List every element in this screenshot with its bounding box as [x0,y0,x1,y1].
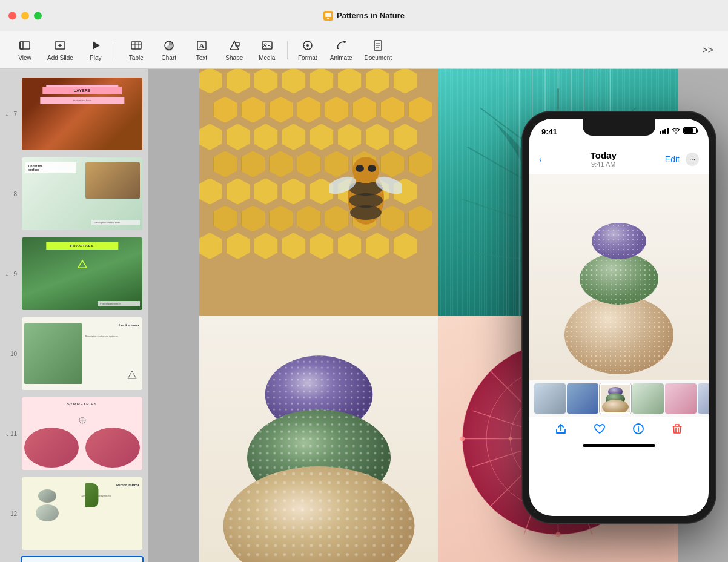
slide-thumb-7[interactable]: LAYERS texture text here [21,76,144,151]
text-label: Text [196,55,207,61]
document-icon [372,39,384,53]
photos-favorite-button[interactable] [593,422,606,435]
photos-main-image [529,174,709,380]
format-icon [302,39,314,53]
toolbar-shape-button[interactable]: Shape [219,37,250,64]
photos-edit-button[interactable]: Edit [665,154,680,164]
media-icon [261,39,273,53]
photos-info-button[interactable] [632,422,645,435]
toolbar-document-button[interactable]: Document [360,37,397,64]
toolbar-animate-button[interactable]: Animate [325,37,357,64]
thumb-strip-item-4[interactable] [632,383,664,414]
window-title: Patterns in Nature [323,11,405,21]
signal-bar-3 [664,129,666,134]
slide-item-12[interactable]: 12 Mirror, mirror Description about symm… [0,474,148,554]
svg-marker-30 [78,260,87,268]
toolbar-play-button[interactable]: Play [81,37,111,64]
collapse-icon-11[interactable]: ⌄ [1,431,13,437]
slide-thumbnail-8: Under thesurface Description text for sl… [22,157,142,230]
phone-screen: 9:41 [529,119,709,516]
signal-bar-1 [660,131,661,134]
svg-point-93 [508,437,512,441]
more-icon: ··· [689,155,695,164]
chart-icon [163,39,175,53]
svg-rect-4 [20,42,23,49]
canvas-area: 9:41 [148,69,728,562]
photos-back-button[interactable]: ‹ [539,154,542,164]
back-chevron-icon: ‹ [539,154,542,164]
signal-icon [660,128,669,134]
toolbar: View Add Slide Play [0,31,728,69]
slide-thumbnail-11: SYMMETRIES [22,397,142,470]
toolbar-table-button[interactable]: Table [121,37,151,64]
minimize-button[interactable] [21,12,29,19]
phone-frame: 9:41 [522,111,716,523]
thumb-strip-item-1[interactable] [534,383,566,414]
window-controls [8,12,42,19]
toolbar-more-button[interactable]: >> [697,42,718,58]
shape-label: Shape [225,55,243,61]
view-icon [19,39,31,53]
battery-tip [697,129,698,132]
slide-cell-urchins [199,316,438,562]
phone-urchin-bottom [564,296,673,374]
photos-thumb-strip[interactable] [529,380,709,417]
toolbar-separator-1 [116,41,116,59]
slide-item-8[interactable]: 8 Under thesurface Description text for … [0,154,148,234]
signal-bar-2 [662,130,664,134]
keynote-icon [323,11,333,21]
table-icon [130,39,142,53]
slide-thumb-12[interactable]: Mirror, mirror Description about symmetr… [21,476,144,551]
svg-rect-2 [327,18,329,19]
close-button[interactable] [8,12,16,19]
thumb-strip-item-5[interactable] [665,383,697,414]
main-layout: ⌄ 7 LAYERS texture text here 8 Under the… [0,69,728,562]
photos-delete-button[interactable] [670,422,684,435]
phone-urchin-top [592,223,646,259]
slide-item-13[interactable]: 13 Why look for patterns? Description ab… [0,554,148,562]
wifi-icon [672,128,680,134]
photos-more-button[interactable]: ··· [686,153,699,166]
toolbar-chart-button[interactable]: Chart [154,37,184,64]
slide-item-7[interactable]: ⌄ 7 LAYERS texture text here [0,74,148,154]
play-icon [90,39,102,53]
svg-marker-31 [128,371,136,379]
svg-marker-8 [93,41,100,50]
chart-label: Chart [162,55,176,61]
photos-header: ‹ Today 9:41 AM Edit ··· [529,145,709,174]
slides-sidebar[interactable]: ⌄ 7 LAYERS texture text here 8 Under the… [0,69,148,562]
toolbar-text-button[interactable]: A Text [187,37,217,64]
phone-time: 9:41 [541,127,557,136]
photos-actions: Edit ··· [665,153,699,166]
slide-item-9[interactable]: ⌄ 9 FRACTALS Fractal pattern text [0,234,148,314]
slide-thumbnail-9: FRACTALS Fractal pattern text [22,237,142,310]
slide-thumb-9[interactable]: FRACTALS Fractal pattern text [21,236,144,311]
toolbar-format-button[interactable]: Format [293,37,323,64]
urchins-svg [199,316,438,562]
svg-rect-3 [20,42,30,49]
phone-status-icons [660,127,697,134]
signal-bar-4 [667,128,669,134]
slide-item-11[interactable]: ⌄ 11 SYMMETRIES [0,394,148,474]
collapse-icon-7[interactable]: ⌄ [1,111,13,117]
slide-thumb-8[interactable]: Under thesurface Description text for sl… [21,156,144,231]
slide-thumb-11[interactable]: SYMMETRIES [21,396,144,471]
svg-rect-9 [131,42,141,49]
photos-timestamp: 9:41 AM [591,160,617,168]
maximize-button[interactable] [34,12,42,19]
slide-thumb-10[interactable]: Look closer Description text about patte… [21,316,144,391]
toolbar-add-slide-button[interactable]: Add Slide [42,37,78,64]
svg-point-41 [368,165,376,172]
text-icon: A [196,39,208,53]
slide-item-10[interactable]: 10 Look closer Description text about pa… [0,314,148,394]
battery-fill [684,128,693,133]
svg-point-40 [356,165,364,172]
toolbar-media-button[interactable]: Media [252,37,282,64]
thumb-strip-item-3[interactable] [600,383,631,414]
toolbar-view-button[interactable]: View [10,37,40,64]
thumb-strip-item-6[interactable] [698,383,709,414]
photos-share-button[interactable] [554,422,568,435]
thumb-strip-item-2[interactable] [567,383,598,414]
slide-thumb-13[interactable]: Why look for patterns? Description about… [21,556,144,562]
collapse-icon-9[interactable]: ⌄ [1,271,13,277]
